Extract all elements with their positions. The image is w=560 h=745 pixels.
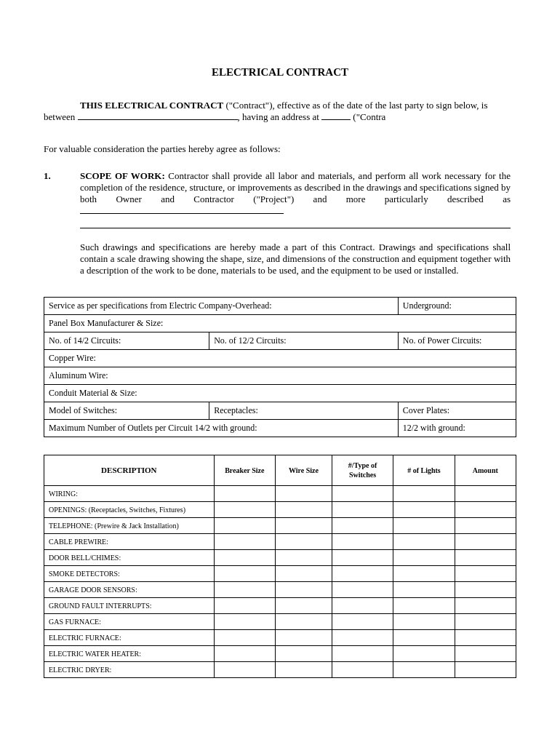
blank-description-line2 bbox=[80, 219, 511, 228]
table-row: OPENINGS: (Receptacles, Switches, Fixtur… bbox=[44, 502, 516, 518]
row-label: OPENINGS: (Receptacles, Switches, Fixtur… bbox=[44, 502, 215, 518]
table-row: CABLE PREWIRE: bbox=[44, 534, 516, 550]
spec-conduit: Conduit Material & Size: bbox=[44, 385, 516, 402]
spec-122-ground: 12/2 with ground: bbox=[398, 420, 516, 437]
th-amount: Amount bbox=[455, 455, 516, 486]
spec-receptacles: Receptacles: bbox=[209, 402, 399, 420]
row-label: DOOR BELL/CHIMES: bbox=[44, 550, 215, 566]
row-cell bbox=[276, 598, 332, 614]
row-cell bbox=[276, 550, 332, 566]
row-cell bbox=[214, 566, 275, 582]
spec-cover: Cover Plates: bbox=[398, 402, 516, 420]
row-cell bbox=[276, 518, 332, 534]
row-cell bbox=[455, 534, 516, 550]
row-cell bbox=[455, 550, 516, 566]
row-cell bbox=[214, 518, 275, 534]
row-cell bbox=[393, 582, 455, 598]
row-cell bbox=[393, 614, 455, 630]
row-label: ELECTRIC DRYER: bbox=[44, 662, 215, 678]
row-label: ELECTRIC FURNACE: bbox=[44, 630, 215, 646]
row-cell bbox=[393, 598, 455, 614]
consideration-text: For valuable consideration the parties h… bbox=[44, 143, 516, 155]
row-cell bbox=[276, 582, 332, 598]
spec-table: Service as per specifications from Elect… bbox=[44, 297, 516, 437]
spec-switches: Model of Switches: bbox=[44, 402, 209, 420]
blank-description bbox=[80, 213, 284, 214]
row-cell bbox=[393, 630, 455, 646]
section-number: 1. bbox=[44, 170, 80, 228]
row-cell bbox=[276, 614, 332, 630]
section-body: SCOPE OF WORK: Contractor shall provide … bbox=[80, 170, 516, 228]
spec-power: No. of Power Circuits: bbox=[398, 332, 516, 350]
spec-122: No. of 12/2 Circuits: bbox=[209, 332, 399, 350]
row-cell bbox=[393, 534, 455, 550]
row-cell bbox=[393, 662, 455, 678]
row-cell bbox=[332, 518, 393, 534]
row-cell bbox=[393, 502, 455, 518]
spec-max-outlets: Maximum Number of Outlets per Circuit 14… bbox=[44, 420, 399, 437]
row-label: WIRING: bbox=[44, 486, 215, 502]
document-title: ELECTRICAL CONTRACT bbox=[44, 65, 516, 79]
row-cell bbox=[214, 598, 275, 614]
table-row: GROUND FAULT INTERRUPTS: bbox=[44, 598, 516, 614]
th-switches: #/Type of Switches bbox=[332, 455, 393, 486]
row-cell bbox=[214, 646, 275, 662]
row-cell bbox=[332, 582, 393, 598]
row-cell bbox=[214, 630, 275, 646]
row-cell bbox=[332, 614, 393, 630]
row-cell bbox=[455, 662, 516, 678]
description-table: DESCRIPTION Breaker Size Wire Size #/Typ… bbox=[44, 455, 516, 678]
row-cell bbox=[455, 614, 516, 630]
row-cell bbox=[214, 614, 275, 630]
row-cell bbox=[332, 502, 393, 518]
row-cell bbox=[332, 630, 393, 646]
table-row: ELECTRIC FURNACE: bbox=[44, 630, 516, 646]
row-cell bbox=[393, 518, 455, 534]
row-cell bbox=[455, 502, 516, 518]
table-row: SMOKE DETECTORS: bbox=[44, 566, 516, 582]
row-cell bbox=[332, 550, 393, 566]
table-row: TELEPHONE: (Prewire & Jack Installation) bbox=[44, 518, 516, 534]
spec-service: Service as per specifications from Elect… bbox=[44, 298, 399, 315]
row-cell bbox=[332, 598, 393, 614]
paragraph-2: Such drawings and specifications are her… bbox=[80, 242, 516, 277]
blank-address bbox=[321, 119, 351, 120]
table-row: GAS FURNACE: bbox=[44, 614, 516, 630]
section-1: 1. SCOPE OF WORK: Contractor shall provi… bbox=[44, 170, 516, 228]
row-cell bbox=[393, 646, 455, 662]
row-label: SMOKE DETECTORS: bbox=[44, 566, 215, 582]
blank-party bbox=[78, 119, 238, 120]
row-cell bbox=[276, 630, 332, 646]
row-cell bbox=[455, 598, 516, 614]
row-cell bbox=[276, 646, 332, 662]
row-cell bbox=[214, 662, 275, 678]
row-cell bbox=[455, 646, 516, 662]
spec-underground: Underground: bbox=[398, 298, 516, 315]
row-cell bbox=[393, 566, 455, 582]
row-label: CABLE PREWIRE: bbox=[44, 534, 215, 550]
row-cell bbox=[332, 662, 393, 678]
th-description: DESCRIPTION bbox=[44, 455, 215, 486]
row-cell bbox=[276, 502, 332, 518]
row-cell bbox=[455, 566, 516, 582]
row-cell bbox=[332, 534, 393, 550]
row-cell bbox=[455, 582, 516, 598]
row-cell bbox=[332, 646, 393, 662]
table-row: WIRING: bbox=[44, 486, 516, 502]
row-cell bbox=[214, 550, 275, 566]
row-cell bbox=[455, 518, 516, 534]
row-cell bbox=[455, 486, 516, 502]
row-cell bbox=[214, 486, 275, 502]
row-cell bbox=[332, 566, 393, 582]
intro-paragraph: THIS ELECTRICAL CONTRACT ("Contract"), e… bbox=[44, 100, 516, 124]
th-lights: # of Lights bbox=[393, 455, 455, 486]
table-row: DOOR BELL/CHIMES: bbox=[44, 550, 516, 566]
table-row: GARAGE DOOR SENSORS: bbox=[44, 582, 516, 598]
th-breaker: Breaker Size bbox=[214, 455, 275, 486]
intro-lead: THIS ELECTRICAL CONTRACT bbox=[80, 100, 223, 111]
row-cell bbox=[276, 534, 332, 550]
row-cell bbox=[276, 662, 332, 678]
row-label: GAS FURNACE: bbox=[44, 614, 215, 630]
row-cell bbox=[332, 486, 393, 502]
row-cell bbox=[455, 630, 516, 646]
